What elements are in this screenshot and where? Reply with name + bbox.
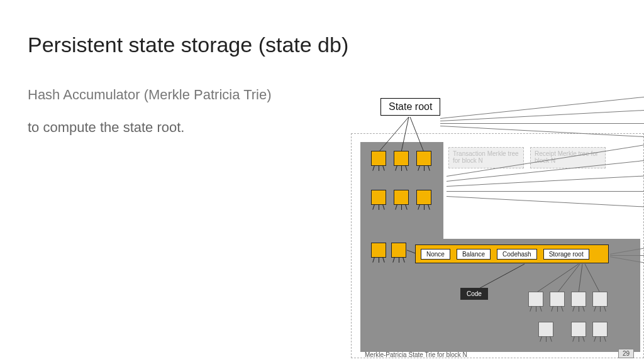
slide-title: Persistent state storage (state db) [28,33,348,57]
slide-subtitle-1: Hash Accumulator (Merkle Patricia Trie) [28,87,272,103]
storage-node-icon [528,292,543,307]
storage-node-icon [571,322,586,337]
account-fields-bar: Nonce Balance Codehash Storage root [415,244,609,263]
code-box: Code [460,288,488,300]
account-field-codehash: Codehash [497,249,537,260]
external-line [610,255,644,256]
account-field-balance: Balance [457,249,491,260]
slide-subtitle-2: to compute the state root. [28,119,184,136]
trie-node-icon [391,243,406,258]
trie-node-icon [416,190,431,205]
trie-node-icon [394,190,409,205]
trie-node-icon [394,151,409,166]
storage-node-icon [538,322,553,337]
trie-node-icon [371,151,386,166]
storage-node-icon [550,292,565,307]
page-number: 29 [618,349,634,358]
diagram-caption: Merkle-Patricia State Trie for block N [365,351,467,358]
storage-node-icon [592,322,608,337]
trie-node-icon [416,151,431,166]
trie-node-icon [371,190,386,205]
storage-node-icon [592,292,608,307]
state-root-label: State root [380,98,440,116]
account-field-nonce: Nonce [421,249,450,260]
account-field-storage-root: Storage root [543,249,589,260]
storage-node-icon [571,292,586,307]
trie-diagram: State root Transaction Merkle tree for b… [346,94,644,362]
external-line [447,191,644,192]
trie-node-icon [371,243,386,258]
external-line [440,123,644,124]
